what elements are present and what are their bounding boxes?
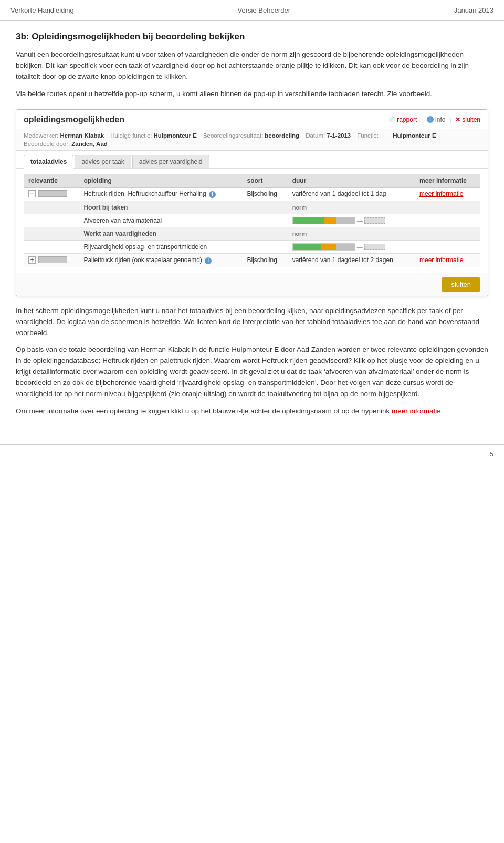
info-icon-2[interactable]: i (205, 257, 212, 264)
meer-informatie-link[interactable]: meer informatie (419, 190, 463, 197)
meer-informatie-link-2[interactable]: meer informatie (419, 256, 463, 264)
popup-table-wrap: relevantie opleiding soort duur meer inf… (16, 169, 488, 273)
header-right: Januari 2013 (454, 6, 494, 14)
col-opleiding: opleiding (79, 174, 243, 187)
col-meer-informatie: meer informatie (415, 174, 480, 187)
opleiding-cell-2: Pallettruck rijden (ook stapelaar genoem… (79, 253, 243, 267)
duur-cell: variërend van 1 dagdeel tot 1 dag (288, 187, 415, 201)
col-soort: soort (243, 174, 288, 187)
page-header: Verkorte Handleiding Versie Beheerder Ja… (0, 0, 504, 21)
soort-cell-2: Bijscholing (243, 253, 288, 267)
meer-info-cell: meer informatie (415, 187, 480, 201)
task-row-rijvaardigheid: Rijvaardigheid opslag- en transportmidde… (24, 240, 480, 253)
relevantie-cell-2: + (24, 253, 79, 267)
soort-cell: Bijscholing (243, 187, 288, 201)
table-row-pallettruck: + Pallettruck rijden (ook stapelaar geno… (24, 253, 480, 267)
section-row-taken: Hoort bij taken norm (24, 201, 480, 214)
sluiten-button[interactable]: sluiten (442, 277, 480, 292)
page-number: 5 (490, 450, 494, 458)
paragraph-5: Om meer informatie over een opleiding te… (16, 406, 488, 417)
meer-informatie-hyperlink[interactable]: meer informatie (392, 407, 441, 415)
opleiding-cell: Heftruck rijden, Heftruckchauffeur Herha… (79, 187, 243, 201)
popup-tabs: totaaladvies advies per taak advies per … (16, 151, 488, 169)
col-relevantie: relevantie (24, 174, 79, 187)
meer-info-cell-2: meer informatie (415, 253, 480, 267)
popup-mockup: opleidingsmogelijkheden 📄 rapport | i in… (16, 109, 488, 296)
paragraph-2: Via beide routes opent u hetzelfde pop-u… (16, 89, 488, 100)
paragraph-3: In het scherm opleidingsmogelijkheden ku… (16, 306, 488, 339)
tab-totaaladvies[interactable]: totaaladvies (24, 155, 74, 169)
popup-footer: sluiten (16, 273, 488, 296)
expand-button-2[interactable]: + (28, 256, 36, 264)
page-footer: 5 (0, 444, 504, 463)
popup-header-actions: 📄 rapport | i info | ✕ sluiten (387, 116, 480, 123)
norm-label-taken: norm (288, 201, 415, 214)
tab-advies-per-vaardigheid[interactable]: advies per vaardigheid (132, 155, 209, 168)
header-center: Versie Beheerder (238, 6, 290, 14)
main-content: 3b: Opleidingsmogelijkheden bij beoordel… (0, 32, 504, 439)
relevantie-cell: − (24, 187, 79, 201)
table-row: − Heftruck rijden, Heftruckchauffeur Her… (24, 187, 480, 201)
info-icon[interactable]: i (209, 191, 216, 198)
section-heading: 3b: Opleidingsmogelijkheden bij beoordel… (16, 32, 488, 42)
close-action[interactable]: ✕ sluiten (455, 116, 480, 123)
pdf-icon: 📄 (387, 116, 395, 123)
popup-title: opleidingsmogelijkheden (24, 115, 124, 124)
col-duur: duur (288, 174, 415, 187)
close-icon: ✕ (455, 116, 460, 123)
norm-label-vaardigheden: norm (288, 227, 415, 240)
tab-advies-per-taak[interactable]: advies per taak (75, 155, 131, 168)
paragraph-4: Op basis van de totale beoordeling van H… (16, 345, 488, 400)
task-row-afvoeren: Afvoeren van afvalmateriaal ― (24, 214, 480, 227)
duur-cell-2: variërend van 1 dagdeel tot 2 dagen (288, 253, 415, 267)
section-row-vaardigheden: Werkt aan vaardigheden norm (24, 227, 480, 240)
data-table: relevantie opleiding soort duur meer inf… (24, 174, 480, 267)
bar-cell-rijvaardigheid: ― (288, 240, 415, 253)
paragraph-1: Vanuit een beoordelingsresultaat kunt u … (16, 49, 488, 82)
expand-button[interactable]: − (28, 190, 36, 197)
popup-header: opleidingsmogelijkheden 📄 rapport | i in… (16, 110, 488, 129)
header-left: Verkorte Handleiding (10, 6, 74, 14)
metadata-row: Medewerker: Herman Klabak Huidige functi… (16, 129, 488, 151)
rapport-action[interactable]: 📄 rapport (387, 116, 417, 123)
info-action[interactable]: i info (427, 116, 445, 123)
bar-cell-afvoeren: ― (288, 214, 415, 227)
info-circle-icon: i (427, 116, 434, 123)
